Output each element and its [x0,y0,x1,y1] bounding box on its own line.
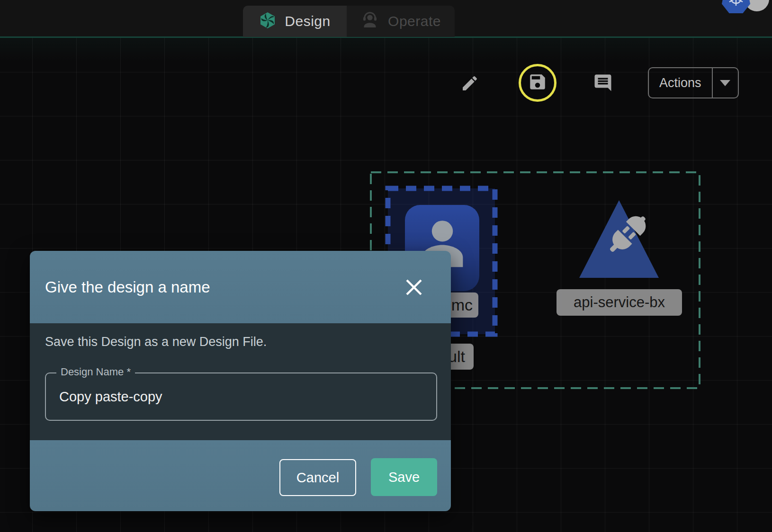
save-button[interactable]: Save [371,458,437,496]
save-design-dialog: Give the design a name Save this Design … [30,251,451,511]
actions-button[interactable]: Actions [649,68,712,98]
tab-operate[interactable]: Operate [347,6,455,37]
close-button[interactable] [403,276,425,299]
meshery-logo-icon [259,12,276,31]
save-button-highlight-ring[interactable] [519,64,557,102]
node-label-api-service[interactable]: api-service-bx [557,289,682,316]
api-service-node[interactable] [576,197,662,281]
top-navbar: Design Operate [0,0,772,38]
close-icon [404,277,424,297]
dialog-footer: Cancel Save [30,440,451,511]
cancel-button[interactable]: Cancel [279,459,356,496]
tab-operate-label: Operate [388,13,441,29]
dialog-description: Save this Design as a new Design File. [45,335,267,349]
comment-button[interactable] [593,73,613,95]
chevron-down-icon [720,80,730,86]
tab-design[interactable]: Design [243,6,347,37]
app-window: Design Operate [0,0,772,532]
dialog-body: Save this Design as a new Design File. D… [30,323,451,440]
design-name-field: Design Name * [45,372,437,421]
actions-dropdown-toggle[interactable] [712,68,738,98]
dialog-header: Give the design a name [30,251,451,323]
mode-tab-group: Design Operate [243,6,455,37]
edit-pencil-button[interactable] [460,74,479,95]
design-name-input[interactable] [59,373,424,420]
tab-design-label: Design [285,13,330,29]
dialog-title: Give the design a name [45,278,210,296]
operator-headset-icon [360,11,379,32]
save-floppy-icon [528,72,548,94]
actions-split-button: Actions [648,67,739,98]
